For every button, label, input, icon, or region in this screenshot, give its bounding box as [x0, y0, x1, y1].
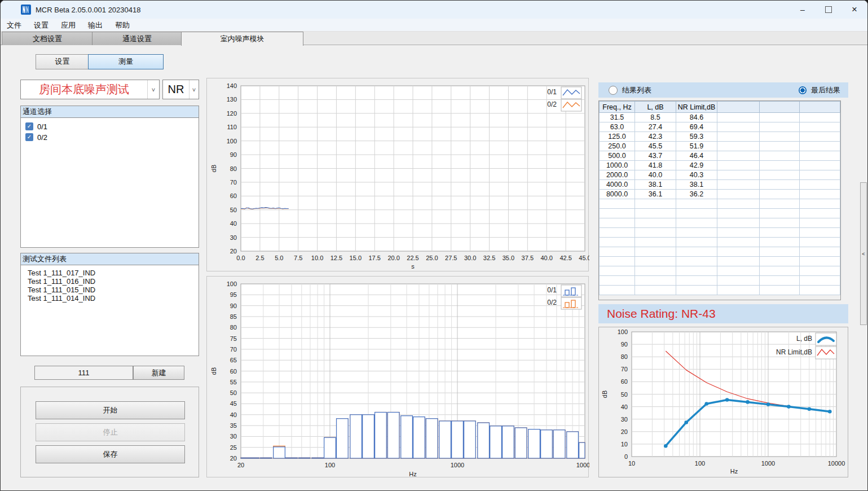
table-cell-empty	[800, 228, 840, 238]
tab-0[interactable]: 文档设置	[2, 32, 93, 45]
table-row[interactable]: 125.042.359.3	[600, 132, 840, 142]
table-cell-empty	[600, 266, 635, 276]
table-cell-empty	[600, 218, 635, 228]
result-mode-strip: 结果列表 最后结果	[598, 82, 848, 98]
chevron-down-icon[interactable]: ˅	[147, 80, 159, 99]
svg-text:dB: dB	[210, 367, 217, 375]
table-cell: 84.6	[676, 113, 717, 122]
minimize-button[interactable]: –	[790, 1, 816, 19]
checkbox-checked-icon[interactable]: ✓	[25, 133, 33, 141]
svg-text:140: 140	[227, 82, 237, 89]
subtab-1[interactable]: 测量	[88, 54, 164, 69]
checkbox-checked-icon[interactable]: ✓	[25, 122, 33, 130]
file-list-item-2[interactable]: Test 1_111_015_IND	[28, 286, 199, 294]
table-cell-empty	[635, 238, 676, 247]
svg-text:0/2: 0/2	[547, 299, 557, 306]
table-cell: 500.0	[600, 151, 635, 161]
svg-text:25: 25	[230, 444, 237, 451]
svg-text:0/1: 0/1	[547, 88, 557, 96]
table-cell-empty	[800, 266, 840, 276]
table-cell-empty	[600, 209, 635, 218]
time-chart-panel: 20304050607080901001101201301400.02.55.0…	[206, 78, 589, 271]
result-table-wrap: Freq., HzL, dBNR Limit,dB31.58.584.663.0…	[598, 100, 841, 300]
spectrum-chart: 2025303540455055606570758085909510020100…	[207, 277, 589, 478]
new-button[interactable]: 新建	[133, 366, 184, 380]
table-cell: 2000.0	[600, 170, 635, 180]
channel-item-0[interactable]: ✓0/1	[25, 121, 199, 131]
tab-1[interactable]: 通道设置	[92, 32, 182, 45]
svg-text:55: 55	[230, 379, 237, 385]
svg-text:40: 40	[230, 220, 237, 227]
table-cell-empty	[760, 238, 800, 247]
channel-item-1[interactable]: ✓0/2	[25, 132, 199, 142]
table-header-cell	[717, 102, 760, 113]
svg-text:0/1: 0/1	[547, 286, 557, 294]
svg-text:40.0: 40.0	[541, 255, 553, 261]
table-cell-empty	[635, 199, 676, 209]
table-cell-empty	[676, 199, 717, 209]
rating-select[interactable]: NR ˅	[162, 80, 199, 99]
svg-text:35: 35	[230, 422, 237, 429]
svg-text:2.5: 2.5	[255, 255, 264, 261]
maximize-button[interactable]	[816, 1, 841, 19]
table-cell: 45.5	[635, 142, 676, 151]
file-list-item-3[interactable]: Test 1_111_014_IND	[28, 294, 199, 303]
table-row[interactable]: 63.027.469.4	[600, 122, 840, 132]
menu-item-1[interactable]: 设置	[28, 19, 55, 32]
table-cell	[760, 142, 800, 151]
svg-text:0.0: 0.0	[236, 255, 245, 261]
file-name-input[interactable]: 111	[34, 366, 133, 380]
table-cell-empty	[635, 209, 676, 218]
table-cell-empty	[717, 199, 760, 209]
table-row[interactable]: 2000.040.040.3	[600, 170, 840, 180]
maximize-icon	[825, 6, 832, 13]
svg-text:100: 100	[618, 328, 628, 335]
table-row[interactable]: 31.58.584.6	[600, 113, 840, 122]
close-button[interactable]: ×	[841, 1, 867, 19]
result-table: Freq., HzL, dBNR Limit,dB31.58.584.663.0…	[599, 101, 840, 295]
table-row[interactable]: 250.045.551.9	[600, 142, 840, 151]
table-cell: 1000.0	[600, 161, 635, 170]
table-cell	[717, 180, 760, 190]
result-list-radio[interactable]	[609, 86, 618, 95]
close-icon: ×	[852, 4, 857, 15]
menu-item-0[interactable]: 文件	[1, 19, 28, 32]
svg-text:95: 95	[230, 291, 237, 298]
save-button[interactable]: 保存	[36, 445, 185, 463]
table-cell-empty	[800, 286, 840, 295]
table-empty-row	[600, 286, 840, 295]
table-cell-empty	[717, 209, 760, 218]
subtab-0[interactable]: 设置	[36, 54, 89, 69]
test-type-select[interactable]: 房间本底噪声测试 ˅	[20, 80, 160, 99]
table-row[interactable]: 8000.036.136.2	[600, 190, 840, 199]
channel-select-header: 通道选择	[20, 106, 199, 118]
table-cell-empty	[717, 266, 760, 276]
table-row[interactable]: 500.043.746.4	[600, 151, 840, 161]
table-cell	[717, 170, 760, 180]
table-row[interactable]: 4000.038.138.1	[600, 180, 840, 190]
start-button[interactable]: 开始	[36, 401, 185, 419]
table-cell	[800, 190, 840, 199]
table-cell: 250.0	[600, 142, 635, 151]
file-list-item-0[interactable]: Test 1_111_017_IND	[28, 269, 199, 277]
file-list-item-1[interactable]: Test 1_111_016_IND	[28, 277, 199, 286]
table-cell: 69.4	[676, 122, 717, 132]
svg-text:20: 20	[621, 428, 628, 435]
chevron-down-icon[interactable]: ˅	[189, 80, 199, 99]
collapse-panel-button[interactable]: <	[860, 182, 867, 325]
menu-item-3[interactable]: 输出	[82, 19, 109, 32]
svg-text:1000: 1000	[451, 462, 464, 468]
table-row[interactable]: 1000.041.842.9	[600, 161, 840, 170]
table-cell	[800, 122, 840, 132]
svg-text:NR Limit,dB: NR Limit,dB	[776, 348, 812, 356]
menu-item-4[interactable]: 帮助	[109, 19, 136, 32]
svg-text:35.0: 35.0	[503, 255, 514, 261]
table-cell-empty	[717, 286, 760, 295]
table-cell-empty	[676, 276, 717, 286]
menu-item-2[interactable]: 应用	[55, 19, 82, 32]
svg-text:Hz: Hz	[730, 468, 738, 475]
last-result-radio[interactable]	[799, 86, 807, 94]
tab-2[interactable]: 室内噪声模块	[181, 32, 303, 46]
rating-value: NR	[163, 83, 189, 96]
table-cell-empty	[717, 276, 760, 286]
